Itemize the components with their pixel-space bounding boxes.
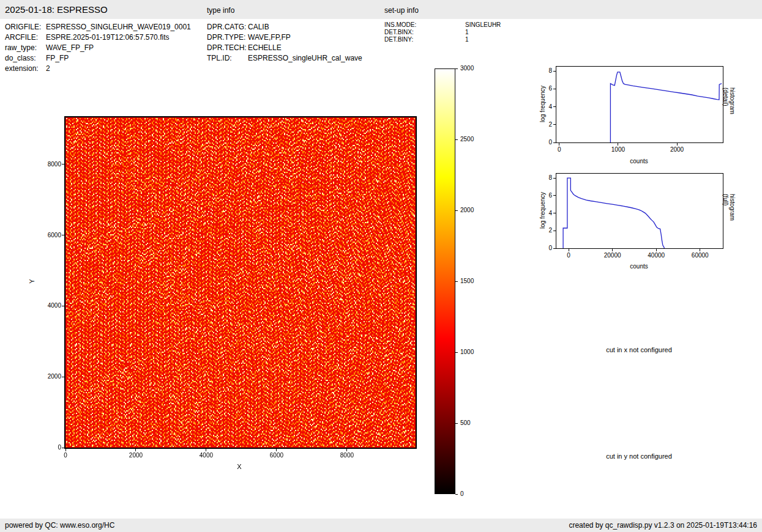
det-binx-value: 1 <box>465 29 469 35</box>
setup-info-heading: set-up info <box>384 6 419 15</box>
info-row-extension: extension:2 <box>5 64 191 74</box>
y-tick-label: 8 <box>528 67 552 75</box>
x-tick-mark <box>276 449 277 451</box>
info-row-dpr-catg: DPR.CATG:CALIB <box>207 22 362 32</box>
dpr-catg-label: DPR.CATG: <box>207 22 248 32</box>
x-tick-label: 6000 <box>261 452 292 459</box>
hist-full-title: histogram (full) <box>722 194 736 227</box>
hist-detail-y-axis-label: log frequency <box>539 86 546 122</box>
x-tick-label: 8000 <box>332 452 362 459</box>
x-tick-mark <box>135 449 136 451</box>
det-biny-label: DET.BINY: <box>384 36 465 43</box>
colorbar-tick-mark <box>455 281 458 282</box>
raw-image-plot: 0200040006000800002000400060008000 <box>64 116 417 449</box>
colorbar-tick-label: 0 <box>460 490 485 498</box>
info-row-arcfile: ARCFILE:ESPRE.2025-01-19T12:06:57.570.fi… <box>5 32 191 43</box>
colorbar: 050010001500200025003000 <box>435 68 455 494</box>
colorbar-tick-label: 2000 <box>460 207 485 214</box>
y-tick-mark <box>62 377 64 377</box>
info-row-dpr-tech: DPR.TECH:ECHELLE <box>207 43 362 53</box>
y-tick-label: 0 <box>528 245 552 252</box>
do-class-label: do_class: <box>5 53 46 64</box>
hist-detail-title: histogram (detail) <box>722 87 736 120</box>
raw-image-y-axis-label: Y <box>28 279 35 283</box>
x-tick-mark <box>612 249 613 251</box>
x-tick-label: 60000 <box>685 252 715 259</box>
y-tick-mark <box>553 89 556 89</box>
ins-mode-label: INS.MODE: <box>384 21 465 29</box>
colorbar-tick-label: 500 <box>460 419 485 427</box>
x-tick-label: 1000 <box>603 146 633 153</box>
dpr-catg-value: CALIB <box>248 23 269 31</box>
colorbar-tick-label: 1500 <box>460 278 485 285</box>
histogram-detail-plot: 01000200002468 <box>556 66 723 143</box>
info-row-origfile: ORIGFILE:ESPRESSO_SINGLEUHR_WAVE019_0001 <box>5 22 191 32</box>
hist-full-x-axis-label: counts <box>556 263 722 270</box>
raw-type-value: WAVE_FP_FP <box>46 43 94 52</box>
colorbar-gradient <box>435 68 455 494</box>
footer-bar: powered by QC: www.eso.org/HC created by… <box>0 519 762 532</box>
x-tick-label: 20000 <box>597 252 628 259</box>
colorbar-tick-mark <box>455 352 458 353</box>
footer-right-text: created by qc_rawdisp.py v1.2.3 on 2025-… <box>569 521 757 530</box>
dpr-type-value: WAVE,FP,FP <box>248 33 291 42</box>
y-tick-mark <box>553 124 556 125</box>
do-class-value: FP_FP <box>46 54 69 62</box>
raw-image-canvas <box>65 117 416 448</box>
y-tick-mark <box>553 213 556 213</box>
det-binx-label: DET.BINX: <box>384 29 465 36</box>
cut-x-note: cut in x not configured <box>556 346 722 353</box>
colorbar-tick-label: 3000 <box>460 65 485 72</box>
info-row-ins-mode: INS.MODE:SINGLEUHR <box>384 21 501 29</box>
file-info-block: ORIGFILE:ESPRESSO_SINGLEUHR_WAVE019_0001… <box>5 22 191 74</box>
y-tick-mark <box>62 306 64 306</box>
tpl-id-label: TPL.ID: <box>207 53 248 64</box>
extension-value: 2 <box>46 64 50 73</box>
x-tick-mark <box>559 143 559 146</box>
y-tick-mark <box>62 164 64 164</box>
x-tick-mark <box>700 249 700 251</box>
x-tick-label: 40000 <box>641 252 671 259</box>
colorbar-tick-mark <box>455 210 458 211</box>
hist_full-line <box>556 174 723 248</box>
footer-left-text: powered by QC: www.eso.org/HC <box>5 521 114 530</box>
y-tick-mark <box>553 71 556 72</box>
origfile-label: ORIGFILE: <box>5 22 46 32</box>
type-info-block: DPR.CATG:CALIB DPR.TYPE:WAVE,FP,FP DPR.T… <box>207 22 362 64</box>
y-tick-label: 0 <box>37 444 61 451</box>
raw-type-label: raw_type: <box>5 43 46 53</box>
y-tick-mark <box>553 142 556 143</box>
x-tick-mark <box>206 449 206 451</box>
header-bar: 2025-01-18: ESPRESSO type info set-up in… <box>0 0 762 19</box>
hist_detail-line <box>556 67 723 142</box>
y-tick-mark <box>553 106 556 107</box>
page-title: 2025-01-18: ESPRESSO <box>5 4 108 15</box>
cut-y-note: cut in y not configured <box>556 453 722 460</box>
y-tick-mark <box>62 235 64 235</box>
origfile-value: ESPRESSO_SINGLEUHR_WAVE019_0001 <box>46 23 191 31</box>
x-tick-mark <box>65 449 66 451</box>
raw-image-x-axis-label: X <box>64 463 414 470</box>
colorbar-tick-label: 1000 <box>460 349 485 356</box>
dpr-tech-label: DPR.TECH: <box>207 43 248 53</box>
type-info-heading: type info <box>207 6 234 15</box>
hist-detail-x-axis-label: counts <box>556 158 722 164</box>
x-tick-label: 0 <box>50 452 81 459</box>
y-tick-label: 2000 <box>37 373 61 380</box>
y-tick-label: 0 <box>528 139 552 146</box>
y-tick-mark <box>553 231 556 231</box>
y-tick-mark <box>553 195 556 196</box>
tpl-id-value: ESPRESSO_singleUHR_cal_wave <box>248 54 362 62</box>
info-row-dpr-type: DPR.TYPE:WAVE,FP,FP <box>207 32 362 43</box>
dpr-tech-value: ECHELLE <box>248 43 282 52</box>
hist-full-y-axis-label: log frequency <box>539 192 546 229</box>
y-tick-mark <box>553 248 556 249</box>
x-tick-mark <box>656 249 657 251</box>
colorbar-tick-mark <box>455 68 458 69</box>
colorbar-tick-mark <box>455 494 458 495</box>
colorbar-tick-mark <box>455 423 458 424</box>
x-tick-mark <box>569 249 569 251</box>
colorbar-tick-mark <box>455 139 458 140</box>
x-tick-mark <box>618 143 618 146</box>
y-tick-label: 8 <box>528 174 552 182</box>
